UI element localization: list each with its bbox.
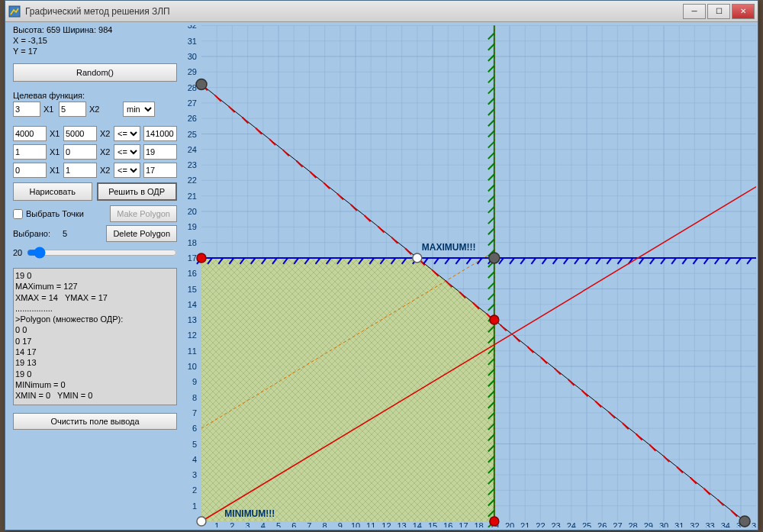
- svg-line-147: [488, 185, 494, 191]
- svg-line-196: [542, 258, 546, 264]
- c1-a2-input[interactable]: [63, 126, 97, 141]
- svg-text:16: 16: [443, 521, 452, 527]
- make-polygon-button[interactable]: Make Polygon: [110, 205, 177, 222]
- close-button[interactable]: ✕: [732, 4, 755, 19]
- svg-line-214: [736, 258, 741, 264]
- c1-op-select[interactable]: <=: [114, 126, 140, 141]
- solve-button[interactable]: Решить в ОДР: [97, 182, 178, 201]
- svg-line-99: [527, 347, 533, 353]
- svg-line-190: [478, 258, 482, 264]
- svg-line-113: [717, 499, 723, 505]
- svg-text:22: 22: [188, 176, 197, 185]
- svg-text:34: 34: [721, 521, 730, 527]
- svg-line-199: [575, 258, 579, 264]
- svg-text:20: 20: [505, 521, 514, 527]
- svg-line-197: [553, 258, 558, 264]
- x2-label: X2: [89, 105, 101, 114]
- c1-b-input[interactable]: [143, 126, 177, 141]
- c3-a2-input[interactable]: [63, 163, 97, 178]
- svg-text:28: 28: [188, 83, 197, 92]
- svg-text:27: 27: [188, 98, 197, 108]
- window-title: Графический метод решения ЗЛП: [25, 6, 683, 17]
- svg-line-136: [488, 305, 494, 311]
- svg-text:31: 31: [188, 37, 197, 46]
- svg-line-158: [488, 66, 494, 72]
- zoom-slider[interactable]: [27, 247, 177, 259]
- svg-line-79: [256, 128, 262, 134]
- svg-line-185: [423, 258, 428, 264]
- delete-polygon-button[interactable]: Delete Polygon: [106, 225, 177, 242]
- svg-line-109: [663, 456, 669, 462]
- svg-line-97: [501, 324, 507, 330]
- obj-c1-input[interactable]: [13, 102, 40, 117]
- svg-text:25: 25: [582, 521, 591, 527]
- svg-line-81: [283, 150, 289, 156]
- svg-line-76: [215, 95, 221, 102]
- svg-line-101: [555, 369, 561, 375]
- svg-line-156: [488, 88, 494, 94]
- svg-line-207: [661, 258, 665, 264]
- select-points-checkbox[interactable]: [13, 209, 23, 219]
- svg-point-294: [413, 253, 422, 263]
- maximize-button[interactable]: ☐: [707, 4, 730, 19]
- svg-line-194: [520, 258, 525, 264]
- svg-point-292: [490, 517, 499, 526]
- c3-op-select[interactable]: <=: [114, 163, 140, 178]
- svg-line-144: [488, 218, 494, 224]
- objective-label: Целевая функция:: [13, 91, 177, 100]
- svg-text:21: 21: [188, 192, 197, 201]
- svg-line-153: [488, 120, 494, 126]
- svg-line-160: [488, 44, 494, 50]
- svg-text:18: 18: [188, 238, 197, 247]
- c2-op-select[interactable]: <=: [114, 144, 140, 160]
- obj-c2-input[interactable]: [59, 102, 86, 117]
- svg-text:9: 9: [338, 521, 343, 527]
- c3-b-input[interactable]: [143, 163, 177, 178]
- draw-button[interactable]: Нарисовать: [13, 182, 92, 201]
- svg-text:13: 13: [188, 315, 197, 324]
- svg-line-188: [456, 258, 460, 264]
- svg-line-111: [691, 478, 697, 484]
- svg-text:29: 29: [644, 521, 653, 527]
- clear-output-button[interactable]: Очистить поле вывода: [13, 413, 177, 430]
- svg-line-189: [467, 258, 472, 264]
- svg-text:15: 15: [428, 521, 437, 527]
- svg-line-205: [639, 258, 644, 264]
- svg-text:22: 22: [536, 521, 545, 527]
- c2-a2-input[interactable]: [63, 144, 97, 160]
- c3-a1-input[interactable]: [13, 163, 47, 178]
- svg-line-198: [564, 258, 568, 264]
- svg-text:30: 30: [659, 521, 668, 527]
- c2-b-input[interactable]: [143, 144, 177, 160]
- svg-text:32: 32: [188, 25, 197, 30]
- svg-line-150: [488, 153, 494, 159]
- svg-line-159: [488, 55, 494, 61]
- svg-text:28: 28: [628, 521, 637, 527]
- random-button[interactable]: Random(): [13, 63, 177, 82]
- svg-text:26: 26: [188, 114, 197, 123]
- app-icon: [8, 5, 21, 18]
- svg-line-77: [229, 106, 235, 112]
- svg-text:24: 24: [188, 145, 197, 154]
- minimize-button[interactable]: ─: [683, 4, 706, 19]
- svg-text:26: 26: [597, 521, 607, 527]
- svg-text:16: 16: [188, 269, 197, 278]
- svg-line-78: [242, 117, 248, 123]
- svg-line-86: [351, 205, 357, 211]
- svg-text:4: 4: [261, 521, 266, 527]
- svg-text:10: 10: [351, 521, 360, 527]
- output-textarea[interactable]: 19 0 MAXimum = 127 XMAX = 14 YMAX = 17 .…: [13, 268, 177, 405]
- svg-line-157: [488, 76, 494, 82]
- c1-a1-input[interactable]: [13, 126, 47, 141]
- plot-area[interactable]: MINIMUM!!!123456789101112131415161718192…: [182, 25, 756, 527]
- svg-line-80: [269, 139, 275, 145]
- svg-line-210: [693, 258, 697, 264]
- direction-select[interactable]: min: [123, 102, 155, 117]
- svg-line-200: [585, 258, 590, 264]
- svg-text:33: 33: [705, 521, 714, 527]
- c2-a1-input[interactable]: [13, 144, 47, 160]
- svg-line-215: [747, 258, 752, 264]
- svg-text:4: 4: [192, 455, 197, 464]
- svg-text:30: 30: [188, 52, 197, 61]
- svg-text:5: 5: [276, 521, 281, 527]
